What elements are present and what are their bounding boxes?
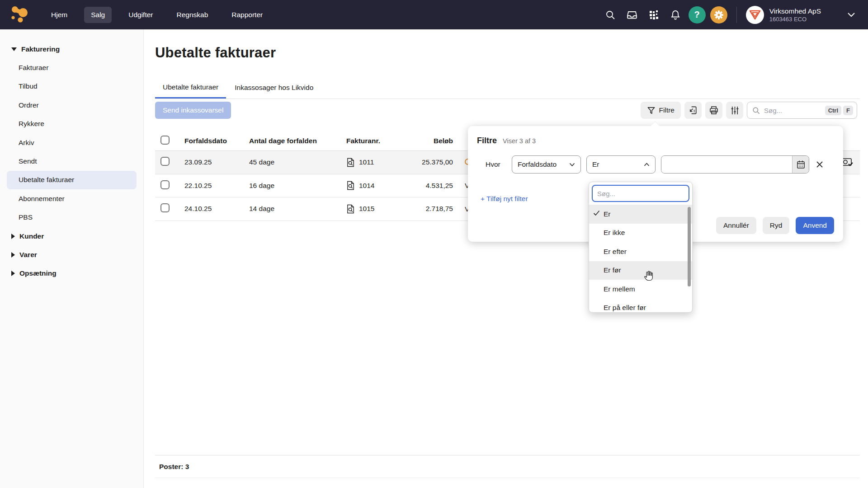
filter-operator-value: Er (592, 160, 599, 169)
cell-days: 45 dage (249, 158, 346, 166)
col-beloeb[interactable]: Beløb (410, 137, 453, 145)
select-all-checkbox[interactable] (160, 136, 170, 145)
tab-ubetalte-fakturaer[interactable]: Ubetalte fakturaer (155, 77, 226, 99)
cell-date: 22.10.25 (177, 182, 249, 190)
print-icon[interactable] (705, 102, 722, 119)
sidebar-item-pbs[interactable]: PBS (0, 208, 143, 227)
filter-value-input[interactable] (661, 156, 792, 173)
triangle-down-icon (11, 47, 17, 51)
main-menu: Hjem Salg Udgifter Regnskab Rapporter (44, 7, 269, 23)
option-er-paa-eller-foer[interactable]: Er på eller før (589, 299, 692, 313)
apps-grid-icon[interactable] (645, 6, 662, 23)
clear-button[interactable]: Ryd (763, 217, 790, 234)
send-inkassovarsel-button[interactable]: Send inkassovarsel (155, 102, 231, 119)
cancel-button[interactable]: Annullér (716, 217, 756, 234)
kbd-f: F (843, 106, 853, 115)
chevron-down-icon[interactable] (847, 12, 855, 17)
option-er-mellem[interactable]: Er mellem (589, 280, 692, 299)
customer-peek-text: V (465, 182, 468, 190)
option-label: Er på eller før (604, 304, 646, 312)
app-root: Hjem Salg Udgifter Regnskab Rapporter (0, 0, 868, 488)
sidebar-section-label: Opsætning (19, 269, 57, 277)
option-label: Er før (604, 266, 621, 274)
check-icon (593, 210, 600, 218)
sidebar-section-label: Varer (19, 251, 37, 259)
filter-button-label: Filtre (659, 106, 675, 114)
sidebar-section-varer[interactable]: Varer (0, 245, 143, 264)
nav-item-rapporter[interactable]: Rapporter (225, 7, 269, 23)
column-settings-icon[interactable] (726, 102, 743, 119)
filter-operator-select[interactable]: Er (586, 155, 656, 174)
company-avatar (746, 6, 764, 24)
invoice-preview-icon[interactable] (346, 158, 355, 167)
invoice-number: 1015 (359, 205, 374, 213)
row-checkbox[interactable] (160, 157, 170, 166)
help-icon[interactable]: ? (689, 6, 706, 23)
account-switcher[interactable]: Virksomhed ApS 1603463 ECO (746, 6, 855, 24)
option-label: Er ikke (604, 229, 625, 237)
filter-value-group (661, 155, 809, 174)
option-er[interactable]: Er (589, 205, 692, 224)
sidebar-item-arkiv[interactable]: Arkiv (0, 133, 143, 152)
nav-item-regnskab[interactable]: Regnskab (170, 7, 215, 23)
nav-item-salg[interactable]: Salg (84, 7, 112, 23)
col-fakturanr[interactable]: Fakturanr. (346, 137, 410, 145)
triangle-right-icon (11, 271, 15, 276)
funnel-icon (647, 106, 656, 115)
cell-invoice: 1015 (346, 204, 410, 214)
operator-dropdown: Er Er ikke Er efter Er før Er mellem Er … (589, 182, 693, 313)
invoice-preview-icon[interactable] (346, 181, 355, 190)
option-er-efter[interactable]: Er efter (589, 242, 692, 261)
invoice-number: 1011 (359, 158, 374, 166)
sidebar-item-ubetalte-fakturaer[interactable]: Ubetalte fakturaer (7, 171, 137, 189)
sidebar-section-fakturering[interactable]: Fakturering (0, 40, 143, 58)
operator-search-input[interactable] (593, 190, 689, 197)
dinero-logo-icon[interactable] (9, 5, 30, 25)
filter-field-select[interactable]: Forfaldsdato (512, 155, 581, 174)
search-icon[interactable] (602, 6, 619, 23)
option-label: Er mellem (604, 285, 635, 293)
sidebar-section-kunder[interactable]: Kunder (0, 227, 143, 245)
nav-item-udgifter[interactable]: Udgifter (122, 7, 160, 23)
col-antal-dage[interactable]: Antal dage forfalden (249, 137, 346, 145)
option-label: Er efter (604, 248, 627, 256)
sidebar-item-fakturaer[interactable]: Fakturaer (0, 58, 143, 77)
inbox-icon[interactable] (623, 6, 641, 23)
export-icon[interactable] (684, 102, 702, 119)
sidebar-item-tilbud[interactable]: Tilbud (0, 77, 143, 96)
filter-popover-title: Filtre (477, 136, 497, 145)
calendar-icon[interactable] (792, 156, 809, 173)
company-name: Virksomhed ApS (769, 7, 821, 16)
sidebar-section-opsaetning[interactable]: Opsætning (0, 264, 143, 283)
gear-icon[interactable] (710, 6, 727, 23)
bell-icon[interactable] (667, 6, 684, 23)
apply-button[interactable]: Anvend (796, 217, 834, 234)
sidebar-item-rykkere[interactable]: Rykkere (0, 115, 143, 133)
popover-arrow (650, 121, 660, 131)
chevron-down-icon (569, 163, 575, 167)
col-forfaldsdato[interactable]: Forfaldsdato (177, 137, 249, 145)
filter-condition-row: Hvor Forfaldsdato Er (486, 155, 834, 174)
search-input[interactable] (764, 107, 823, 114)
page-title: Ubetalte fakturaer (155, 45, 276, 61)
sidebar-item-sendt[interactable]: Sendt (0, 152, 143, 170)
tab-inkassosager[interactable]: Inkassosager hos Likvido (227, 77, 321, 99)
nav-divider (736, 7, 737, 23)
add-filter-link[interactable]: + Tilføj nyt filter (481, 195, 528, 203)
sidebar-item-abonnementer[interactable]: Abonnementer (0, 189, 143, 208)
row-checkbox[interactable] (160, 203, 170, 212)
company-id: 1603463 ECO (769, 16, 821, 23)
scrollbar-thumb[interactable] (688, 207, 691, 286)
cell-date: 24.10.25 (177, 205, 249, 213)
toolbar-right: Filtre Ctrl F (641, 102, 857, 119)
sidebar-item-ordrer[interactable]: Ordrer (0, 96, 143, 114)
filter-button[interactable]: Filtre (641, 102, 681, 119)
cell-invoice: 1014 (346, 181, 410, 190)
cell-amount: 2.718,75 (410, 205, 453, 213)
nav-item-hjem[interactable]: Hjem (44, 7, 74, 23)
invoice-preview-icon[interactable] (346, 204, 355, 214)
row-checkbox[interactable] (160, 180, 170, 189)
option-er-foer[interactable]: Er før (589, 261, 692, 280)
option-er-ikke[interactable]: Er ikke (589, 224, 692, 243)
remove-filter-icon[interactable] (815, 160, 825, 169)
